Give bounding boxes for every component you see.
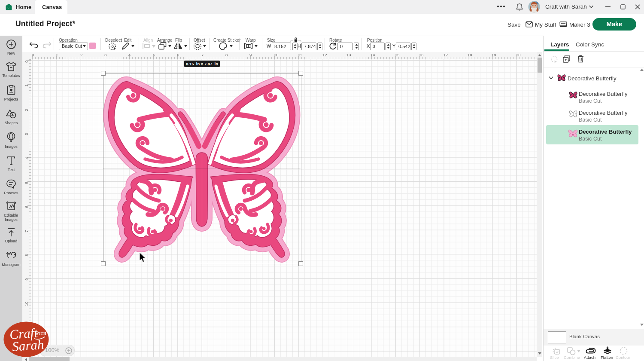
- svg-text:Sarah: Sarah: [12, 337, 44, 354]
- svg-text:WITH: WITH: [35, 331, 46, 336]
